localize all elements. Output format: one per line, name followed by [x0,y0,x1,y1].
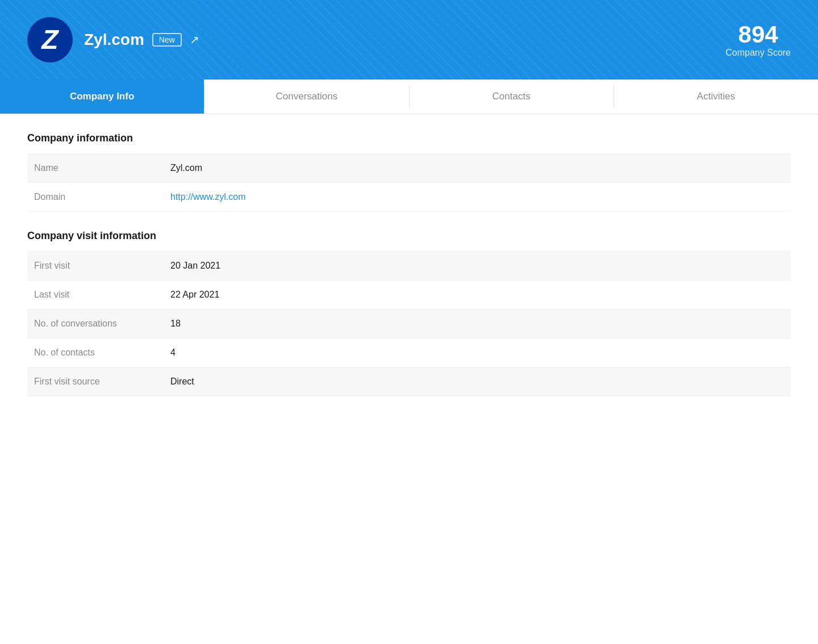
company-score-area: 894 Company Score [725,22,791,58]
external-link-icon[interactable]: ↗ [190,33,199,47]
company-logo: Z [27,17,73,62]
company-information-section: Company information Name Zyl.com Domain … [27,132,791,212]
company-logo-letter: Z [41,26,58,53]
num-conversations-value: 18 [164,310,791,338]
num-contacts-value: 4 [164,338,791,367]
domain-link[interactable]: http://www.zyl.com [170,192,245,202]
table-row: No. of contacts 4 [27,338,791,367]
visit-information-table: First visit 20 Jan 2021 Last visit 22 Ap… [27,251,791,396]
num-conversations-label: No. of conversations [27,310,164,338]
main-content: Company information Name Zyl.com Domain … [0,114,818,433]
tab-activities-label: Activities [697,91,735,102]
domain-label: Domain [27,183,164,212]
name-label: Name [27,154,164,183]
table-row: First visit 20 Jan 2021 [27,252,791,281]
company-title-area: Zyl.com New ↗ [84,31,199,49]
first-visit-label: First visit [27,252,164,281]
table-row: Name Zyl.com [27,154,791,183]
first-visit-source-label: First visit source [27,367,164,396]
table-row: Domain http://www.zyl.com [27,183,791,212]
company-information-title: Company information [27,132,791,144]
tab-company-info[interactable]: Company Info [0,80,204,114]
company-score-label: Company Score [725,48,791,58]
table-row: First visit source Direct [27,367,791,396]
nav-tabs: Company Info Conversations Contacts Acti… [0,80,818,114]
company-information-table: Name Zyl.com Domain http://www.zyl.com [27,153,791,212]
tab-conversations-label: Conversations [276,91,338,102]
page-header: Z Zyl.com New ↗ 894 Company Score [0,0,818,80]
tab-contacts[interactable]: Contacts [410,80,614,114]
tab-contacts-label: Contacts [493,91,531,102]
num-contacts-label: No. of contacts [27,338,164,367]
tab-activities[interactable]: Activities [614,80,818,114]
visit-information-title: Company visit information [27,230,791,242]
first-visit-value: 20 Jan 2021 [164,252,791,281]
visit-information-section: Company visit information First visit 20… [27,230,791,396]
table-row: Last visit 22 Apr 2021 [27,281,791,310]
new-badge: New [152,33,182,47]
table-row: No. of conversations 18 [27,310,791,338]
tab-company-info-label: Company Info [70,91,134,102]
last-visit-label: Last visit [27,281,164,310]
first-visit-source-value: Direct [164,367,791,396]
tab-conversations[interactable]: Conversations [204,80,408,114]
name-value: Zyl.com [164,154,791,183]
company-name: Zyl.com [84,31,144,49]
header-left: Z Zyl.com New ↗ [27,17,199,62]
domain-value[interactable]: http://www.zyl.com [164,183,791,212]
company-score-number: 894 [725,22,791,48]
last-visit-value: 22 Apr 2021 [164,281,791,310]
